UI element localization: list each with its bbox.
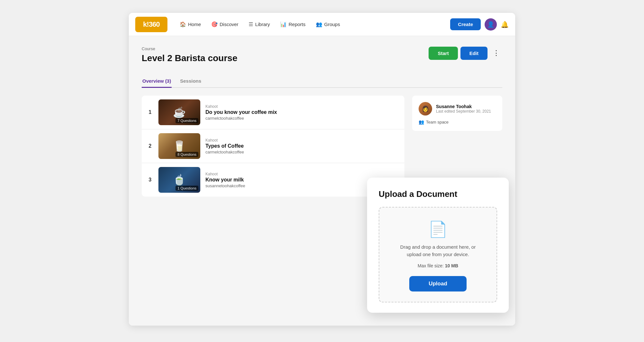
item-author-1: carmelctoohakcoffee: [205, 116, 399, 121]
coffee3-emoji: 🍵: [173, 174, 186, 186]
nav-label-groups: Groups: [324, 22, 340, 27]
upload-dropzone[interactable]: 📄 Drag and drop a document here, oruploa…: [379, 207, 497, 302]
author-details: Susanne Toohak Last edited September 30,…: [436, 104, 491, 114]
discover-icon: 🎯: [211, 21, 218, 27]
questions-badge-2: 8 Questions: [175, 152, 198, 157]
start-button[interactable]: Start: [429, 47, 458, 60]
author-avatar-inner: 👩: [419, 102, 432, 116]
item-title-1: Do you know your coffee mix: [205, 109, 399, 115]
questions-badge-1: 7 Questions: [175, 118, 198, 123]
nav-label-home: Home: [188, 22, 201, 27]
item-type-1: Kahoot: [205, 104, 399, 109]
page-title: Level 2 Barista course: [142, 53, 237, 63]
bell-icon[interactable]: 🔔: [501, 21, 509, 28]
logo-text: k!360: [143, 20, 159, 29]
nav-item-home[interactable]: 🏠 Home: [175, 19, 205, 30]
nav-item-discover[interactable]: 🎯 Discover: [207, 19, 243, 30]
list-item[interactable]: 2 🥛 8 Questions Kahoot Types of Coffee c…: [142, 129, 404, 163]
upload-button[interactable]: Upload: [409, 276, 467, 291]
item-type-2: Kahoot: [205, 138, 399, 143]
create-button[interactable]: Create: [450, 18, 481, 30]
nav-right: Create 👤 🔔: [450, 18, 509, 31]
nav-label-library: Library: [255, 22, 270, 27]
team-icon: 👥: [419, 119, 424, 125]
list-item[interactable]: 3 🍵 1 Questions Kahoot Know your milk su…: [142, 163, 404, 197]
main-content: Course Level 2 Barista course Start Edit…: [129, 36, 515, 326]
avatar-icon: 👤: [487, 21, 494, 28]
coffee2-emoji: 🥛: [173, 140, 186, 152]
more-options-button[interactable]: ⋮: [490, 46, 502, 60]
tabs: Overview (3) Sessions: [142, 75, 502, 88]
author-card: 👩 Susanne Toohak Last edited September 3…: [412, 96, 502, 131]
upload-title: Upload a Document: [379, 189, 497, 199]
upload-drag-text: Drag and drop a document here, orupload …: [400, 244, 476, 258]
navbar: k!360 🏠 Home 🎯 Discover ☰ Library 📊 Repo…: [129, 13, 515, 36]
item-author-2: carmelctoohakcoffee: [205, 150, 399, 154]
edit-button[interactable]: Edit: [460, 47, 488, 60]
coffee1-emoji: ☕: [173, 106, 186, 118]
item-thumbnail-1: ☕ 7 Questions: [158, 99, 200, 125]
app-window: k!360 🏠 Home 🎯 Discover ☰ Library 📊 Repo…: [129, 13, 515, 326]
item-number-3: 3: [147, 177, 153, 183]
nav-item-library[interactable]: ☰ Library: [244, 19, 274, 30]
item-thumbnail-3: 🍵 1 Questions: [158, 167, 200, 193]
author-date: Last edited September 30, 2021: [436, 109, 491, 114]
library-icon: ☰: [249, 21, 253, 27]
nav-label-reports: Reports: [289, 22, 306, 27]
groups-icon: 👥: [316, 21, 322, 27]
item-type-3: Kahoot: [205, 172, 399, 176]
page-header: Course Level 2 Barista course Start Edit…: [142, 46, 502, 70]
logo[interactable]: k!360: [135, 17, 167, 32]
nav-label-discover: Discover: [220, 22, 238, 27]
team-space-label: Team space: [426, 120, 449, 125]
header-actions: Start Edit ⋮: [429, 46, 502, 60]
upload-max-size: Max file size: 10 MB: [418, 263, 458, 268]
item-info-1: Kahoot Do you know your coffee mix carme…: [205, 104, 399, 121]
author-row: 👩 Susanne Toohak Last edited September 3…: [419, 102, 496, 116]
breadcrumb: Course: [142, 46, 237, 51]
title-section: Course Level 2 Barista course: [142, 46, 237, 70]
nav-items: 🏠 Home 🎯 Discover ☰ Library 📊 Reports 👥 …: [175, 19, 448, 30]
document-icon: 📄: [428, 220, 448, 238]
reports-icon: 📊: [280, 21, 287, 27]
item-title-2: Types of Coffee: [205, 143, 399, 149]
author-avatar: 👩: [419, 102, 432, 116]
list-item[interactable]: 1 ☕ 7 Questions Kahoot Do you know your …: [142, 96, 404, 129]
item-info-2: Kahoot Types of Coffee carmelctoohakcoff…: [205, 138, 399, 154]
item-number-1: 1: [147, 109, 153, 115]
item-number-2: 2: [147, 143, 153, 149]
tab-sessions[interactable]: Sessions: [179, 75, 202, 88]
course-list: 1 ☕ 7 Questions Kahoot Do you know your …: [142, 96, 404, 197]
home-icon: 🏠: [180, 21, 186, 27]
team-space: 👥 Team space: [419, 119, 496, 125]
nav-item-reports[interactable]: 📊 Reports: [276, 19, 310, 30]
author-name: Susanne Toohak: [436, 104, 491, 109]
questions-badge-3: 1 Questions: [175, 186, 198, 191]
nav-item-groups[interactable]: 👥 Groups: [311, 19, 345, 30]
avatar[interactable]: 👤: [485, 18, 497, 31]
tab-overview[interactable]: Overview (3): [142, 75, 172, 88]
upload-modal: Upload a Document 📄 Drag and drop a docu…: [367, 178, 509, 313]
item-thumbnail-2: 🥛 8 Questions: [158, 133, 200, 159]
